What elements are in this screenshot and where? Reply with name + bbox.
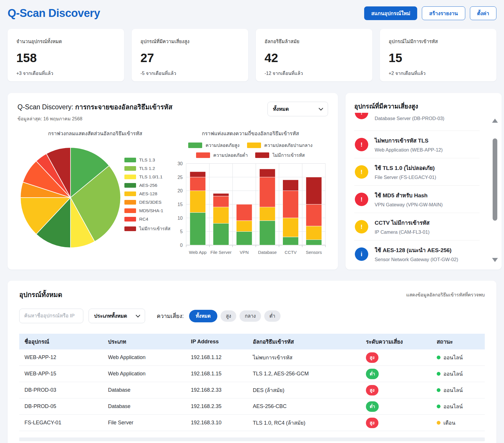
bar-segment[interactable] <box>190 212 206 245</box>
table-footer-strip <box>19 437 485 441</box>
bar-segment[interactable] <box>283 191 299 218</box>
bar-segment[interactable] <box>213 223 229 245</box>
table-row[interactable]: WEB-APP-15Web Application192.168.1.15TLS… <box>19 366 485 382</box>
bar-segment[interactable] <box>260 177 275 207</box>
stat-label: อัลกอริธึมล้าสมัย <box>265 38 364 45</box>
risk-item-subtitle: IP Camera (CAM-FL3-01) <box>375 229 430 235</box>
y-tick-label: 30 <box>177 161 183 166</box>
stat-label: อุปกรณ์ที่มีความเสี่ยงสูง <box>140 38 239 45</box>
settings-button[interactable]: ตั้งค่า <box>470 6 496 20</box>
bar-segment[interactable] <box>260 207 275 221</box>
risk-list-item[interactable]: !ใช้ TLS 1.0 (ไม่ปลอดภัย)File Server (FS… <box>354 158 480 186</box>
scan-new-device-button[interactable]: สแกนอุปกรณ์ใหม่ <box>364 6 417 20</box>
bar-segment[interactable] <box>260 221 275 245</box>
device-type-cell: Web Application <box>106 371 189 377</box>
device-type-select[interactable]: ประเภททั้งหมด <box>89 309 145 323</box>
stat-card: อุปกรณ์ที่มีความเสี่ยงสูง27-5 จากเดือนที… <box>132 29 248 81</box>
x-category-label: Sensors <box>306 250 322 255</box>
risk-item-subtitle: File Server (FS-LEGACY-01) <box>375 175 436 180</box>
risk-list-item[interactable]: !CCTV ไม่มีการเข้ารหัสIP Camera (CAM-FL3… <box>354 213 480 240</box>
bar-segment[interactable] <box>306 226 322 240</box>
create-report-button[interactable]: สร้างรายงาน <box>422 6 465 20</box>
bar-segment[interactable] <box>213 194 229 196</box>
encryption-algo-cell: AES-256-CBC <box>251 403 364 409</box>
risk-chip[interactable]: ต่ำ <box>264 310 281 322</box>
risk-item-subtitle: Database Server (DB-PROD-03) <box>375 116 444 121</box>
device-name-cell: WEB-APP-15 <box>19 371 106 377</box>
legend-swatch <box>124 183 136 188</box>
bar-segment[interactable] <box>236 231 252 245</box>
legend-item: ไม่มีการเข้ารหัส <box>124 225 170 232</box>
table-row[interactable]: WEB-APP-12Web Application192.168.1.12ไม่… <box>19 349 485 366</box>
y-tick-label: 0 <box>180 243 183 248</box>
risk-list-item[interactable]: iใช้ AES-128 (แนะนำ AES-256)Sensor Netwo… <box>354 240 480 264</box>
scrollbar-track[interactable] <box>493 126 497 254</box>
status-cell: ออนไลน์ <box>435 402 485 411</box>
encryption-algo-cell: ไม่พบการเข้ารหัส <box>251 353 364 362</box>
table-row[interactable]: FS-LEGACY-01File Server192.168.3.10TLS 1… <box>19 415 485 431</box>
legend-swatch <box>124 175 136 179</box>
risk-list-item[interactable]: !ใช้ MD5 สำหรับ HashVPN Gateway (VPN-GW-… <box>354 186 480 213</box>
bar-segment[interactable] <box>283 237 299 245</box>
legend-item: DES/3DES <box>124 200 170 205</box>
bar-segment[interactable] <box>260 169 275 177</box>
risk-badge: ต่ำ <box>366 369 379 379</box>
bar-segment[interactable] <box>190 177 206 191</box>
stat-label: จำนวนอุปกรณ์ทั้งหมด <box>16 38 115 45</box>
legend-row: ความปลอดภัยต่ำไม่มีการเข้ารหัส <box>196 152 305 159</box>
pie-legend: TLS 1.3TLS 1.2TLS 1.0/1.1AES-256AES-128D… <box>124 157 170 232</box>
bar-segment[interactable] <box>236 204 252 221</box>
legend-swatch <box>124 158 136 162</box>
table-row[interactable]: DB-PROD-05Database192.168.2.35AES-256-CB… <box>19 398 485 415</box>
legend-item: TLS 1.0/1.1 <box>124 174 170 180</box>
status-wrap: ออนไลน์ <box>437 402 483 411</box>
status-wrap: เตือน <box>437 419 483 427</box>
bar-segment[interactable] <box>190 191 206 212</box>
bar-segment[interactable] <box>213 196 229 207</box>
risk-chip[interactable]: กลาง <box>239 310 261 322</box>
chevron-down-icon <box>319 106 323 110</box>
risk-chip[interactable]: ทั้งหมด <box>189 310 217 322</box>
alert-icon: ! <box>355 220 368 233</box>
pie-chart[interactable] <box>17 139 132 255</box>
bar-segment[interactable] <box>283 180 299 191</box>
stat-card: อุปกรณ์ไม่มีการเข้ารหัส15+2 จากเดือนที่แ… <box>380 29 496 81</box>
bar-segment[interactable] <box>190 172 206 177</box>
legend-item: TLS 1.2 <box>124 166 170 171</box>
risk-chip[interactable]: สูง <box>221 310 236 322</box>
scrollbar-thumb[interactable] <box>493 138 497 221</box>
chevron-down-icon <box>136 313 140 317</box>
risk-list-item[interactable]: !ไม่พบการเข้ารหัส TLSWeb Application (WE… <box>354 131 480 158</box>
device-name-cell: FS-LEGACY-01 <box>19 420 106 426</box>
search-input[interactable] <box>19 309 83 323</box>
risk-badge: ต่ำ <box>366 401 379 412</box>
chart-filter-select[interactable]: ทั้งหมด <box>267 102 328 116</box>
bar-chart[interactable]: 051015202530Web AppFile ServerVPNDatabas… <box>173 161 328 263</box>
legend-label: AES-256 <box>139 183 157 188</box>
risk-list-scrollbar[interactable] <box>492 119 498 262</box>
scroll-up-icon[interactable] <box>492 119 498 123</box>
scroll-down-icon[interactable] <box>492 258 498 262</box>
risk-list-item[interactable]: !Database Server (DB-PROD-03) <box>354 113 480 131</box>
bar-segment[interactable] <box>236 221 252 231</box>
legend-label: TLS 1.3 <box>139 157 155 163</box>
legend-item: ความปลอดภัยปานกลาง <box>247 142 312 149</box>
status-wrap: ออนไลน์ <box>437 353 483 362</box>
risk-item-title: ใช้ AES-128 (แนะนำ AES-256) <box>375 246 458 254</box>
chart-panel-title: Q-Scan Discovery: การกระจายของอัลกอริธึม… <box>17 102 172 112</box>
table-row[interactable]: DB-PROD-03Database192.168.2.33DES (ล้าสม… <box>19 382 485 398</box>
bar-segment[interactable] <box>306 204 322 226</box>
table-header-cell: ระดับความเสี่ยง <box>364 337 435 346</box>
ip-address-cell: 192.168.2.35 <box>189 403 251 409</box>
risk-badge: สูง <box>366 352 378 363</box>
status-cell: ออนไลน์ <box>435 370 485 378</box>
stat-value: 15 <box>389 51 488 65</box>
bar-segment[interactable] <box>283 218 299 237</box>
legend-label: DES/3DES <box>139 200 162 205</box>
bar-segment[interactable] <box>306 177 322 204</box>
bar-segment[interactable] <box>213 207 229 223</box>
bar-segment[interactable] <box>306 240 322 245</box>
legend-label: RC4 <box>139 217 148 222</box>
ip-address-cell: 192.168.2.33 <box>189 387 251 393</box>
risk-badge: สูง <box>366 385 378 395</box>
